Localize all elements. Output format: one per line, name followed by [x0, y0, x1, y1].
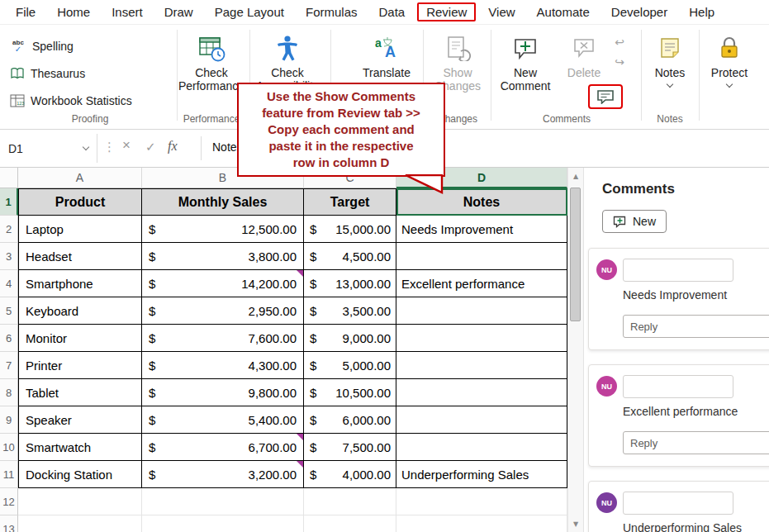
notes-button[interactable]: Notes — [643, 30, 696, 87]
name-box-dropdown-icon[interactable] — [83, 144, 89, 150]
cell-d10[interactable] — [396, 434, 567, 461]
cell-c13[interactable] — [304, 515, 396, 532]
cancel-icon[interactable]: × — [122, 137, 131, 154]
cell-d13[interactable] — [396, 515, 567, 532]
cell-b10[interactable]: $6,700.00 — [142, 434, 304, 461]
thesaurus-button[interactable]: Thesaurus — [7, 62, 88, 85]
cell-b12[interactable] — [142, 488, 304, 515]
tab-help[interactable]: Help — [680, 2, 724, 21]
cell-c10[interactable]: $7,500.00 — [304, 434, 396, 461]
spelling-button[interactable]: abc✓ Spelling — [7, 35, 77, 58]
cell-b6[interactable]: $7,600.00 — [142, 325, 304, 352]
row-header-5[interactable]: 5 — [0, 297, 18, 325]
cell-c12[interactable] — [304, 488, 396, 515]
translate-button[interactable]: aA Translate — [355, 30, 418, 79]
cell-b7[interactable]: $4,300.00 — [142, 352, 304, 379]
cell-a3[interactable]: Headset — [18, 243, 142, 270]
cell-a6[interactable]: Monitor — [18, 325, 142, 352]
row-header-13[interactable]: 13 — [0, 515, 18, 532]
cell-c3[interactable]: $4,500.00 — [304, 243, 396, 270]
row-header-10[interactable]: 10 — [0, 434, 18, 461]
column-header-a[interactable]: A — [18, 168, 142, 188]
cell-c5[interactable]: $3,500.00 — [304, 297, 396, 325]
tab-automate[interactable]: Automate — [528, 2, 599, 21]
row-header-12[interactable]: 12 — [0, 488, 18, 515]
cell-a4[interactable]: Smartphone — [18, 270, 142, 297]
tab-file[interactable]: File — [7, 2, 45, 21]
cell-c2[interactable]: $15,000.00 — [304, 216, 396, 243]
cell-c6[interactable]: $9,000.00 — [304, 325, 396, 352]
cell-d11[interactable]: Underperforming Sales — [396, 461, 567, 488]
tab-formulas[interactable]: Formulas — [297, 2, 367, 21]
cell-d9[interactable] — [396, 406, 567, 434]
next-comment-button[interactable]: ↪ — [610, 53, 629, 71]
cell-d4[interactable]: Excellent performance — [396, 270, 567, 297]
comment-reply-input[interactable] — [623, 431, 769, 454]
cell-a10[interactable]: Smartwatch — [18, 434, 142, 461]
cell-d6[interactable] — [396, 325, 567, 352]
workbook-statistics-button[interactable]: 123 Workbook Statistics — [7, 89, 135, 112]
cell-a7[interactable]: Printer — [18, 352, 142, 379]
tab-page-layout[interactable]: Page Layout — [206, 2, 293, 21]
cell-b9[interactable]: $5,400.00 — [142, 406, 304, 434]
cell-b3[interactable]: $3,800.00 — [142, 243, 304, 270]
cell-d8[interactable] — [396, 379, 567, 406]
row-header-3[interactable]: 3 — [0, 243, 18, 270]
cell-a8[interactable]: Tablet — [18, 379, 142, 406]
cell-a2[interactable]: Laptop — [18, 216, 142, 243]
row-header-9[interactable]: 9 — [0, 406, 18, 434]
cell-b13[interactable] — [142, 515, 304, 532]
cell-c9[interactable]: $6,000.00 — [304, 406, 396, 434]
cell-b1[interactable]: Monthly Sales — [142, 188, 304, 216]
cell-b11[interactable]: $3,200.00 — [142, 461, 304, 488]
cell-b8[interactable]: $9,800.00 — [142, 379, 304, 406]
scroll-down-button[interactable]: ▼ — [568, 515, 583, 532]
cell-c11[interactable]: $4,000.00 — [304, 461, 396, 488]
tab-data[interactable]: Data — [369, 2, 414, 21]
protect-button[interactable]: Protect — [702, 30, 757, 87]
cell-a9[interactable]: Speaker — [18, 406, 142, 434]
cell-b4[interactable]: $14,200.00 — [142, 270, 304, 297]
cell-d7[interactable] — [396, 352, 567, 379]
cell-d2[interactable]: Needs Improvement — [396, 216, 567, 243]
row-header-1[interactable]: 1 — [0, 188, 18, 216]
row-header-6[interactable]: 6 — [0, 325, 18, 352]
row-header-11[interactable]: 11 — [0, 461, 18, 488]
cell-a1[interactable]: Product — [18, 188, 142, 216]
tab-draw[interactable]: Draw — [155, 2, 202, 21]
scrollbar-thumb[interactable] — [570, 188, 581, 321]
cell-d3[interactable] — [396, 243, 567, 270]
tab-home[interactable]: Home — [48, 2, 99, 21]
previous-comment-button[interactable]: ↩ — [610, 33, 629, 51]
cell-a12[interactable] — [18, 488, 142, 515]
cell-c1[interactable]: Target — [304, 188, 396, 216]
name-box[interactable]: D1 — [0, 134, 97, 163]
tab-review[interactable]: Review — [417, 2, 476, 21]
select-all-corner[interactable] — [0, 168, 18, 188]
cell-d5[interactable] — [396, 297, 567, 325]
show-comments-button[interactable] — [596, 89, 615, 104]
new-comment-button[interactable]: New Comment — [496, 30, 555, 93]
cell-b5[interactable]: $2,950.00 — [142, 297, 304, 325]
row-header-8[interactable]: 8 — [0, 379, 18, 406]
enter-icon[interactable]: ✓ — [145, 140, 156, 154]
scroll-up-button[interactable]: ▲ — [568, 168, 583, 184]
row-header-4[interactable]: 4 — [0, 270, 18, 297]
cell-c4[interactable]: $13,000.00 — [304, 270, 396, 297]
vertical-scrollbar[interactable]: ▲ ▼ — [567, 168, 583, 532]
comment-reply-input[interactable] — [623, 315, 769, 338]
cell-c8[interactable]: $10,500.00 — [304, 379, 396, 406]
row-header-2[interactable]: 2 — [0, 216, 18, 243]
cell-c7[interactable]: $5,000.00 — [304, 352, 396, 379]
delete-comment-button[interactable]: Delete — [560, 30, 608, 79]
insert-function-icon[interactable]: fx — [168, 139, 178, 154]
cell-b2[interactable]: $12,500.00 — [142, 216, 304, 243]
cell-a11[interactable]: Docking Station — [18, 461, 142, 488]
row-header-7[interactable]: 7 — [0, 352, 18, 379]
cell-d12[interactable] — [396, 488, 567, 515]
tab-developer[interactable]: Developer — [602, 2, 676, 21]
tab-view[interactable]: View — [479, 2, 524, 21]
cell-a13[interactable] — [18, 515, 142, 532]
cell-a5[interactable]: Keyboard — [18, 297, 142, 325]
tab-insert[interactable]: Insert — [102, 2, 152, 21]
